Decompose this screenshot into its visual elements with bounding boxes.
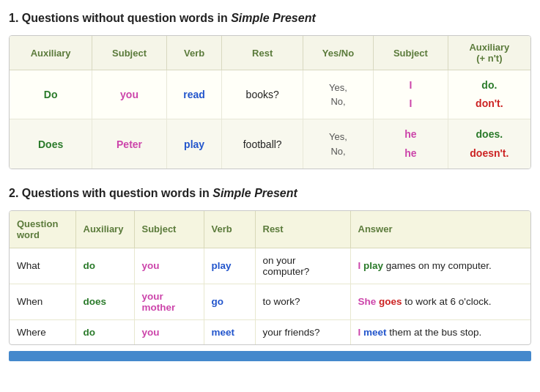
th-auxiliary2: Auxiliary(+ n't) [448, 36, 530, 70]
section2: 2. Questions with question words in Simp… [9, 187, 531, 345]
th-subject2: Subject [374, 36, 448, 70]
td2-qword-where: Where [10, 319, 75, 344]
td2-rest-2: to work? [255, 284, 350, 319]
section2-title: 2. Questions with question words in Simp… [9, 187, 531, 200]
td-auxiliary-do: Do [10, 70, 92, 119]
th2-rest: Rest [255, 211, 350, 248]
td-subject-peter: Peter [92, 119, 167, 169]
td-aux2-1: do.don't. [448, 70, 530, 119]
th-auxiliary: Auxiliary [10, 36, 92, 70]
th-subject: Subject [92, 36, 167, 70]
td2-answer-3: I meet them at the bus stop. [350, 319, 530, 344]
table2-header-row: Question word Auxiliary Subject Verb Res… [10, 211, 530, 248]
th-rest: Rest [222, 36, 303, 70]
table1-header-row: Auxiliary Subject Verb Rest Yes/No Subje… [10, 36, 530, 70]
td-auxiliary-does: Does [10, 119, 92, 169]
td2-aux-does: does [75, 284, 134, 319]
td2-rest-3: your friends? [255, 319, 350, 344]
th-verb: Verb [166, 36, 222, 70]
td-yesno-1: Yes,No, [303, 70, 373, 119]
th2-answer: Answer [350, 211, 530, 248]
table-row: What do you play on your computer? I pla… [10, 248, 530, 284]
table-row: Does Peter play football? Yes,No, hehe d… [10, 119, 530, 169]
section1-title: 1. Questions without question words in S… [9, 12, 531, 25]
table-row: When does your mother go to work? She go… [10, 284, 530, 319]
td2-verb-play1: play [204, 248, 255, 284]
section2-title-italic: Simple Present [212, 187, 297, 199]
td-subject2-1: II [374, 70, 448, 119]
td-yesno-2: Yes,No, [303, 119, 373, 169]
td2-verb-go: go [204, 284, 255, 319]
table2-wrapper: Question word Auxiliary Subject Verb Res… [9, 210, 531, 345]
td-rest-football: football? [222, 119, 303, 169]
td-subject2-2: hehe [374, 119, 448, 169]
table-row: Where do you meet your friends? I meet t… [10, 319, 530, 344]
td2-subj-mother: your mother [134, 284, 204, 319]
td2-subj-you2: you [134, 319, 204, 344]
th2-verb: Verb [204, 211, 255, 248]
th-yesno: Yes/No [303, 36, 373, 70]
section1: 1. Questions without question words in S… [9, 12, 531, 169]
td2-aux-do1: do [75, 248, 134, 284]
td-aux2-2: does.doesn't. [448, 119, 530, 169]
section1-title-plain: 1. Questions without question words in [9, 12, 231, 24]
table1: Auxiliary Subject Verb Rest Yes/No Subje… [10, 36, 530, 169]
table2: Question word Auxiliary Subject Verb Res… [10, 211, 530, 344]
td2-rest-1: on your computer? [255, 248, 350, 284]
table-row: Do you read books? Yes,No, II do.don't. [10, 70, 530, 119]
td-subject-you: you [92, 70, 167, 119]
th2-qword: Question word [10, 211, 75, 248]
td-verb-read: read [166, 70, 222, 119]
td2-answer-1: I play games on my computer. [350, 248, 530, 284]
td2-qword-what: What [10, 248, 75, 284]
th2-subject: Subject [134, 211, 204, 248]
td-rest-books: books? [222, 70, 303, 119]
td-verb-play: play [166, 119, 222, 169]
scroll-bar[interactable] [9, 351, 531, 361]
section2-title-plain: 2. Questions with question words in [9, 187, 212, 199]
td2-aux-do2: do [75, 319, 134, 344]
section1-title-italic: Simple Present [231, 12, 316, 24]
td2-answer-2: She goes to work at 6 o'clock. [350, 284, 530, 319]
td2-verb-meet: meet [204, 319, 255, 344]
td2-qword-when: When [10, 284, 75, 319]
table1-wrapper: Auxiliary Subject Verb Rest Yes/No Subje… [9, 35, 531, 169]
td2-subj-you1: you [134, 248, 204, 284]
th2-auxiliary: Auxiliary [75, 211, 134, 248]
